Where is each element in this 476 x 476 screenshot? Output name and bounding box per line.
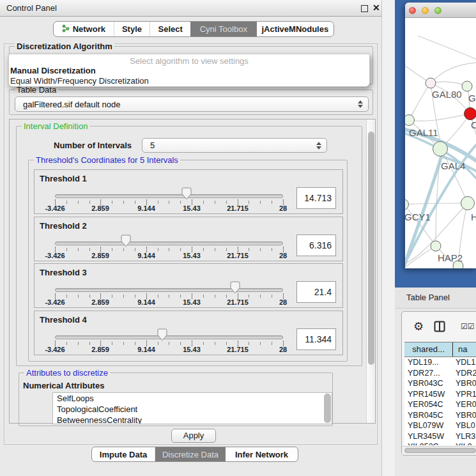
dropdown-placeholder-item[interactable]: Select algorithm to view settings — [9, 56, 369, 66]
node-gal4[interactable] — [433, 142, 448, 157]
scale-label: -3.426 — [45, 204, 65, 212]
network-canvas[interactable]: GAL80 GA GAL11 C GAL4 GCY1 H HAP2 — [405, 18, 476, 268]
cyni-bottom-tabbar: Impute Data Discretize Data Infer Networ… — [91, 447, 298, 462]
select-all-checkboxes-icon[interactable]: ☑☑ — [461, 322, 475, 331]
threshold-3-label: Threshold 3 — [40, 268, 87, 277]
horizontal-scrollbar-track[interactable] — [402, 446, 476, 454]
node-gal80[interactable] — [426, 78, 436, 88]
panel-title: Control Panel — [6, 3, 57, 13]
vertical-scrollbar-thumb[interactable] — [368, 132, 374, 365]
scale-label: 28 — [279, 298, 287, 306]
node[interactable] — [461, 197, 475, 210]
tab-cyni-toolbox[interactable]: Cyni Toolbox — [190, 22, 257, 36]
svg-text:C: C — [471, 119, 476, 130]
table-row[interactable]: YDL19... YDL1 — [404, 357, 476, 368]
table-toolbar: ⚙ ☑☑ — [402, 317, 476, 337]
network-window-titlebar[interactable] — [405, 3, 476, 18]
threshold-4-panel: Threshold 4 -3.426 2.859 9.144 15.43 21.… — [34, 311, 343, 355]
table-data-combobox[interactable]: galFiltered.sif default node — [15, 96, 369, 112]
scale-label: -3.426 — [45, 346, 65, 353]
threshold-4-value-field[interactable]: 11.344 — [296, 328, 336, 350]
table-row[interactable]: YBL079W YBL0 — [404, 420, 476, 431]
close-icon[interactable]: ✕ — [372, 3, 380, 13]
scale-label: 15.43 — [183, 252, 201, 259]
column-header-name[interactable]: na — [453, 342, 476, 357]
network-window[interactable]: GAL80 GA GAL11 C GAL4 GCY1 H HAP2 — [405, 3, 476, 268]
scale-label: 9.144 — [137, 204, 155, 212]
list-item[interactable]: TopologicalCoefficient — [53, 404, 332, 415]
threshold-1-slider-track[interactable] — [55, 194, 283, 198]
panel-splitter[interactable] — [381, 0, 395, 476]
table-row[interactable]: YPR145W YPR1 — [404, 389, 476, 400]
scale-label: 2.859 — [91, 252, 109, 259]
zoom-traffic-light-icon[interactable] — [434, 7, 441, 14]
table-row[interactable]: YIL052C YIL0 — [404, 441, 476, 445]
discretization-algorithm-title: Discretization Algorithm — [15, 42, 114, 51]
table-row[interactable]: YBR045C YBR0 — [404, 410, 476, 421]
interval-definition-group: Interval Definition Number of Intervals … — [16, 126, 362, 366]
list-scrollbar[interactable] — [324, 394, 331, 423]
network-graph[interactable]: GAL80 GA GAL11 C GAL4 GCY1 H HAP2 — [405, 18, 476, 268]
number-of-intervals-combobox[interactable]: 5 — [142, 138, 327, 153]
table-row[interactable]: YLR345W YLR3 — [404, 431, 476, 442]
node-hap2[interactable] — [431, 241, 441, 251]
dropdown-item-equal-width-frequency[interactable]: Equal Width/Frequency Discretization — [10, 76, 149, 86]
vertical-scrollbar-track[interactable] — [366, 119, 375, 423]
node-gcy1[interactable] — [405, 199, 409, 210]
scale-label: 2.859 — [91, 346, 109, 353]
threshold-2-slider-thumb[interactable] — [121, 234, 131, 247]
tab-network[interactable]: Network — [54, 22, 114, 36]
thresholds-group: Threshold's Coordinates for 5 Intervals … — [28, 160, 348, 362]
list-item[interactable]: BetweennessCentrality — [53, 415, 332, 424]
slider-minor-ticks — [55, 248, 284, 251]
svg-text:GAL4: GAL4 — [441, 160, 465, 171]
float-window-icon[interactable] — [361, 5, 368, 12]
scale-label: 21.715 — [227, 252, 249, 259]
threshold-4-slider-track[interactable] — [55, 335, 283, 339]
table-row[interactable]: YER054C YER0 — [404, 399, 476, 410]
numerical-attributes-list[interactable]: SelfLoops TopologicalCoefficient Between… — [52, 392, 332, 424]
table-panel-titlebar: Table Panel — [395, 288, 476, 309]
table-row[interactable]: YBR043C YBR0 — [404, 378, 476, 389]
tab-infer-network[interactable]: Infer Network — [226, 447, 298, 461]
threshold-1-value-field[interactable]: 14.713 — [296, 187, 336, 209]
table-row[interactable]: YDR27... YDR2 — [404, 368, 476, 379]
node-selected-red[interactable] — [464, 108, 476, 120]
threshold-3-slider-thumb[interactable] — [230, 281, 240, 294]
node-gal11[interactable] — [405, 115, 415, 126]
scale-label: 21.715 — [227, 346, 249, 353]
dropdown-item-manual-discretization[interactable]: Manual Discretization — [10, 66, 96, 75]
minimize-traffic-light-icon[interactable] — [422, 7, 429, 14]
column-header-shared-name[interactable]: shared... — [404, 342, 453, 357]
threshold-2-slider-track[interactable] — [55, 242, 283, 245]
scale-label: 9.144 — [137, 346, 155, 353]
threshold-2-label: Threshold 2 — [40, 221, 87, 231]
tab-impute-data[interactable]: Impute Data — [92, 447, 155, 461]
scale-label: 9.144 — [137, 298, 155, 306]
node[interactable] — [462, 81, 472, 91]
scale-label: 2.859 — [91, 298, 109, 306]
split-column-icon[interactable] — [434, 321, 445, 334]
tab-select[interactable]: Select — [150, 22, 190, 36]
tab-discretize-data[interactable]: Discretize Data — [155, 447, 226, 461]
network-graph-icon — [62, 24, 70, 35]
threshold-3-slider-track[interactable] — [55, 288, 283, 292]
tab-jactivemnodules[interactable]: jActiveMNodules — [257, 22, 334, 36]
threshold-4-slider-thumb[interactable] — [157, 328, 167, 341]
horizontal-scrollbar-thumb[interactable] — [404, 448, 476, 453]
threshold-3-value-field[interactable]: 21.4 — [296, 281, 336, 303]
scale-label: 2.859 — [91, 204, 109, 212]
gear-icon[interactable]: ⚙ — [413, 319, 424, 333]
tab-style[interactable]: Style — [114, 22, 151, 36]
scale-label: 9.144 — [137, 252, 155, 259]
slider-minor-ticks — [55, 342, 284, 345]
list-item[interactable]: SelfLoops — [53, 393, 332, 404]
threshold-1-slider-thumb[interactable] — [181, 187, 192, 200]
threshold-2-value-field[interactable]: 6.316 — [296, 234, 336, 256]
scale-label: 21.715 — [227, 204, 249, 212]
apply-button[interactable]: Apply — [171, 429, 216, 443]
table-panel-title: Table Panel — [406, 293, 450, 302]
scale-label: 28 — [279, 204, 287, 212]
close-traffic-light-icon[interactable] — [409, 7, 416, 14]
algorithm-dropdown-popup: Select algorithm to view settings Manual… — [8, 54, 370, 87]
